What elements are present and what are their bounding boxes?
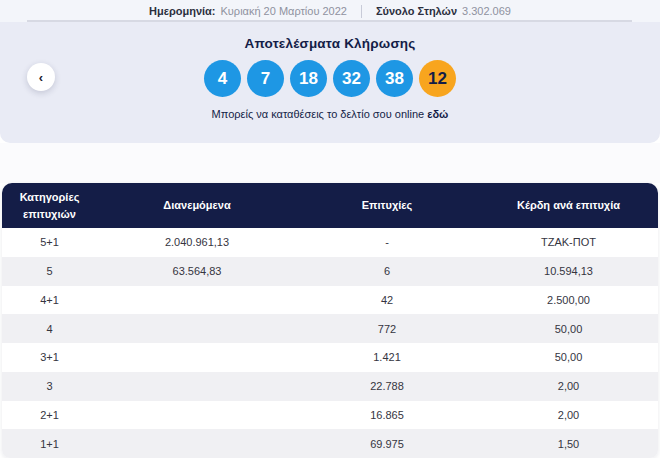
cell-category: 4+1 <box>2 294 97 306</box>
table-row: 2+1 16.865 2,00 <box>2 401 658 430</box>
cell-prize: ΤΖΑΚ-ΠΟΤ <box>477 236 658 248</box>
draw-info-bar: Ημερομηνία: Κυριακή 20 Μαρτίου 2022 Σύνο… <box>0 0 660 22</box>
date-label: Ημερομηνία: <box>149 5 215 17</box>
cell-category: 5+1 <box>2 236 97 248</box>
cta-text: Μπορείς να καταθέσεις το δελτίο σου onli… <box>0 108 660 120</box>
draw-results-panel: ‹ Αποτελέσματα Κλήρωσης 4718323812 Μπορε… <box>0 22 660 143</box>
cell-prize: 2,00 <box>477 380 658 392</box>
divider <box>361 5 362 18</box>
cell-prize: 2.500,00 <box>477 294 658 306</box>
header-prize: Κέρδη ανά επιτυχία <box>477 197 658 214</box>
cell-category: 5 <box>2 265 97 277</box>
cell-distributed: 63.564,83 <box>97 265 297 277</box>
table-row: 4+1 42 2.500,00 <box>2 286 658 315</box>
lottery-number-ball: 12 <box>419 60 456 97</box>
results-title: Αποτελέσματα Κλήρωσης <box>0 36 660 51</box>
cell-category: 3+1 <box>2 351 97 363</box>
table-row: 3+1 1.421 50,00 <box>2 343 658 372</box>
cell-category: 3 <box>2 380 97 392</box>
cta-message: Μπορείς να καταθέσεις το δελτίο σου onli… <box>212 108 425 120</box>
cell-winners: 16.865 <box>297 409 477 421</box>
cell-winners: 6 <box>297 265 477 277</box>
drawn-numbers: 4718323812 <box>0 60 660 97</box>
draw-date: Ημερομηνία: Κυριακή 20 Μαρτίου 2022 <box>149 5 347 17</box>
cell-distributed: 2.040.961,13 <box>97 236 297 248</box>
table-row: 3 22.788 2,00 <box>2 372 658 401</box>
cell-prize: 1,50 <box>477 438 658 450</box>
header-distributed: Διανεμόμενα <box>97 197 297 214</box>
cell-winners: - <box>297 236 477 248</box>
chevron-left-icon: ‹ <box>39 71 43 84</box>
date-value: Κυριακή 20 Μαρτίου 2022 <box>221 5 347 17</box>
cell-prize: 50,00 <box>477 323 658 335</box>
lottery-number-ball: 32 <box>333 60 370 97</box>
prize-table-body: 5+1 2.040.961,13 - ΤΖΑΚ-ΠΟΤ 5 63.564,83 … <box>2 228 658 458</box>
prize-table: Κατηγορίες επιτυχιών Διανεμόμενα Επιτυχί… <box>2 183 658 458</box>
lottery-number-ball: 7 <box>247 60 284 97</box>
table-row: 4 772 50,00 <box>2 314 658 343</box>
cell-category: 1+1 <box>2 438 97 450</box>
prize-table-header: Κατηγορίες επιτυχιών Διανεμόμενα Επιτυχί… <box>2 183 658 228</box>
header-category: Κατηγορίες επιτυχιών <box>2 189 97 222</box>
cell-winners: 42 <box>297 294 477 306</box>
cell-prize: 10.594,13 <box>477 265 658 277</box>
table-row: 5+1 2.040.961,13 - ΤΖΑΚ-ΠΟΤ <box>2 228 658 257</box>
cell-winners: 1.421 <box>297 351 477 363</box>
table-row: 5 63.564,83 6 10.594,13 <box>2 257 658 286</box>
cell-winners: 772 <box>297 323 477 335</box>
cell-category: 4 <box>2 323 97 335</box>
cell-prize: 2,00 <box>477 409 658 421</box>
table-row: 1+1 69.975 1,50 <box>2 429 658 458</box>
cell-category: 2+1 <box>2 409 97 421</box>
lottery-number-ball: 4 <box>204 60 241 97</box>
lottery-number-ball: 38 <box>376 60 413 97</box>
total-columns-value: 3.302.069 <box>462 5 511 17</box>
previous-draw-button[interactable]: ‹ <box>27 63 55 91</box>
total-columns-label: Σύνολο Στηλών <box>376 5 457 17</box>
section-spacer <box>0 143 660 183</box>
cta-link[interactable]: εδώ <box>427 108 448 120</box>
header-winners: Επιτυχίες <box>297 197 477 214</box>
cell-winners: 22.788 <box>297 380 477 392</box>
lottery-number-ball: 18 <box>290 60 327 97</box>
cell-winners: 69.975 <box>297 438 477 450</box>
cell-prize: 50,00 <box>477 351 658 363</box>
total-columns: Σύνολο Στηλών 3.302.069 <box>376 5 511 17</box>
